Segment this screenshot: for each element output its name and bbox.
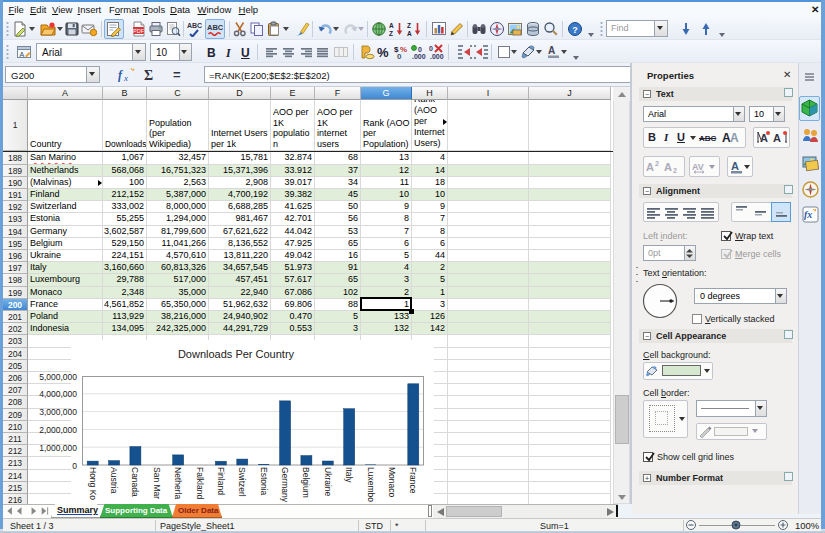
svg-text:PDF: PDF [133,28,145,34]
svg-text:Z: Z [407,22,411,29]
svg-text:.000: .000 [430,53,444,60]
svg-text:2: 2 [673,167,677,174]
svg-text:.000: .000 [412,53,426,60]
svg-text:0: 0 [429,45,433,52]
svg-text:A: A [548,45,555,56]
svg-text:A: A [773,132,781,144]
svg-text:Σ: Σ [144,68,153,83]
svg-text:2: 2 [655,160,659,167]
svg-text:Z: Z [389,30,393,37]
svg-text:?: ? [572,25,578,35]
svg-text:A: A [20,51,25,58]
svg-text:ABC: ABC [207,23,223,32]
svg-text:ABC: ABC [187,22,202,29]
svg-text:f: f [118,68,123,82]
svg-text:A: A [407,30,412,37]
svg-text:=: = [173,67,181,82]
svg-text:A: A [730,131,739,145]
svg-text:0: 0 [397,52,402,60]
svg-text:%: % [377,45,389,60]
svg-text:fx: fx [804,209,812,220]
svg-text:A: A [389,22,394,29]
svg-text:A: A [646,161,654,173]
svg-text:A: A [731,160,739,172]
svg-text:0: 0 [418,46,422,53]
svg-text:A: A [664,161,672,173]
svg-text:x: x [123,73,128,83]
